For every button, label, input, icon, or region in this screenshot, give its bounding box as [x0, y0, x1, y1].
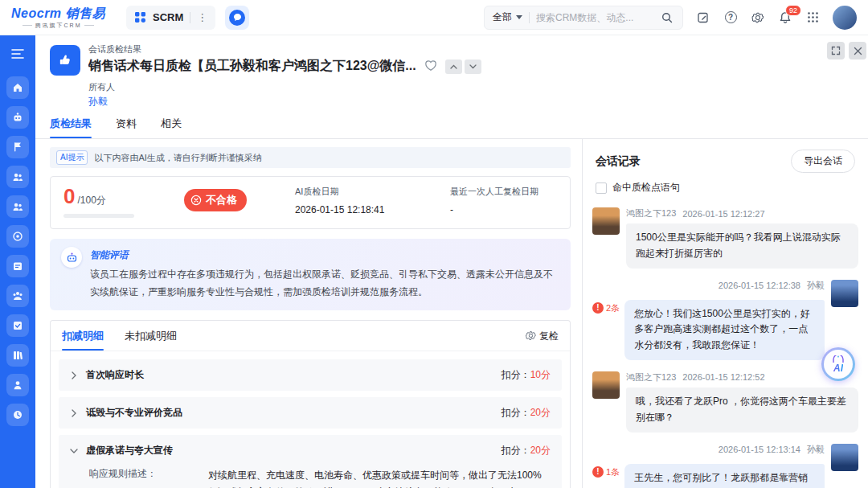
apps-grid-icon[interactable] — [805, 10, 820, 25]
target-icon[interactable] — [6, 225, 29, 248]
settings-gear-icon[interactable] — [751, 10, 765, 25]
thumbs-up-icon — [50, 45, 80, 76]
violation-hit-badge[interactable]: ! 1条 — [592, 466, 620, 478]
team-icon[interactable] — [6, 166, 29, 188]
deduction-row-expanded: 虚假承诺与夸大宣传 扣分： 20分 响应规则描述： 对续航里程、充电速度、电池寿… — [59, 435, 562, 488]
brand-logo-text: Neocrm 销售易 — [11, 7, 105, 20]
manual-recheck-date-label: 最近一次人工复检日期 — [450, 186, 557, 198]
score-progress-bar — [63, 214, 134, 218]
search-icon[interactable] — [660, 10, 674, 25]
menu-icon[interactable] — [7, 43, 28, 64]
search-scope-value: 全部 — [493, 10, 512, 24]
violation-hit-count: 1条 — [606, 466, 620, 478]
chevron-down-icon — [516, 15, 522, 19]
flag-icon[interactable] — [6, 136, 29, 158]
ai-hint-badge: AI提示 — [56, 150, 88, 165]
conversation-button[interactable] — [225, 6, 249, 30]
chat-message-agent: 2026-01-15 12:13:14 孙毅 ! 1条 王先生，您可别比了！龙跃… — [592, 444, 858, 488]
customer-icon[interactable] — [6, 374, 29, 396]
message-time: 2026-01-15 12:12:38 — [719, 281, 800, 290]
violation-hit-badge[interactable]: ! 2条 — [592, 302, 620, 314]
alert-icon: ! — [592, 466, 604, 478]
avatar — [592, 207, 620, 235]
message-bubble: 哦，我还看了龙跃Pro ，你觉得这两个车最主要差别在哪？ — [626, 388, 858, 433]
next-record-button[interactable] — [465, 59, 481, 74]
owner-label: 所有人 — [88, 81, 852, 93]
top-bar: Neocrm 销售易 腾讯旗下CRM SCRM ⋮ 全部 ? — [0, 0, 868, 35]
message-time: 2026-01-15 12:12:52 — [682, 372, 764, 382]
tab-no-deduction-detail[interactable]: 未扣减明细 — [125, 329, 177, 351]
violation-hit-count: 2条 — [606, 302, 620, 314]
tab-profile[interactable]: 资料 — [116, 117, 137, 138]
avatar — [831, 444, 858, 471]
edit-note-icon[interactable] — [696, 10, 710, 25]
deduction-row-toggle[interactable]: 虚假承诺与夸大宣传 扣分： 20分 — [70, 444, 551, 457]
tasks-icon[interactable] — [6, 314, 29, 337]
home-icon[interactable] — [6, 76, 29, 99]
tab-related[interactable]: 相关 — [161, 117, 182, 138]
global-search: 全部 — [484, 6, 683, 30]
status-badge: 不合格 — [184, 189, 247, 211]
score-card: 0 /100分 不合格 AI质检日期 2026-01-15 12:18:41 — [50, 176, 571, 229]
deduction-item-name: 诋毁与不专业评价竞品 — [86, 406, 502, 420]
deduction-card: 扣减明细 未扣减明细 复检 — [50, 320, 571, 488]
brand-logo: Neocrm 销售易 腾讯旗下CRM — [11, 7, 105, 28]
search-scope-select[interactable]: 全部 — [493, 10, 522, 24]
deduction-row-toggle[interactable]: 首次响应时长 扣分： 10分 — [70, 368, 551, 382]
record-header: 会话质检结果 销售话术每日质检【员工孙毅和客户鸿图之下123@微信... 所有人 — [35, 35, 868, 113]
avatar — [592, 371, 620, 399]
deduction-score-label: 扣分： — [502, 444, 530, 457]
schedule-icon[interactable] — [6, 255, 29, 277]
deduction-row: 首次响应时长 扣分： 10分 — [59, 359, 562, 391]
deduction-item-name: 首次响应时长 — [86, 368, 502, 382]
scrm-app-switcher[interactable]: SCRM ⋮ — [126, 6, 215, 30]
gear-icon — [526, 330, 536, 343]
group-icon[interactable] — [6, 285, 29, 307]
chat-message-customer: 鸿图之下123 2026-01-15 12:12:52 哦，我还看了龙跃Pro … — [592, 371, 858, 433]
ai-check-date-label: AI质检日期 — [295, 186, 402, 198]
message-bubble: 1500公里是实际能开的吗？我看网上说混动实际跑起来打折挺厉害的 — [626, 223, 858, 269]
alert-icon: ! — [592, 302, 604, 314]
message-list[interactable]: 鸿图之下123 2026-01-15 12:12:27 1500公里是实际能开的… — [583, 204, 868, 488]
recheck-button[interactable]: 复检 — [526, 330, 559, 351]
rule-description-label: 响应规则描述： — [89, 467, 208, 488]
ai-check-date-value: 2026-01-15 12:18:41 — [295, 204, 402, 215]
service-bot-icon[interactable] — [6, 106, 29, 129]
avatar — [831, 280, 858, 307]
ai-assistant-button[interactable]: AI — [821, 347, 855, 381]
circle-x-icon — [190, 195, 202, 206]
message-time: 2026-01-15 12:13:14 — [719, 445, 800, 454]
scrm-label: SCRM — [153, 11, 183, 23]
export-conversation-button[interactable]: 导出会话 — [791, 150, 855, 173]
tab-quality-result[interactable]: 质检结果 — [50, 117, 92, 138]
smart-comment-body: 该员工在服务过程中存在多项违规行为，包括超出权限承诺、贬损竞品、引导私下交易、透… — [90, 266, 559, 301]
chat-bubble-icon — [229, 10, 245, 26]
favorite-heart-icon[interactable] — [424, 59, 437, 74]
user-avatar[interactable] — [833, 6, 857, 30]
expand-icon[interactable] — [827, 42, 845, 59]
hit-sentences-filter-label: 命中质检点语句 — [612, 181, 680, 195]
search-input[interactable] — [536, 12, 653, 23]
deduction-item-name: 虚假承诺与夸大宣传 — [86, 444, 502, 457]
divider — [190, 12, 190, 23]
previous-record-button[interactable] — [445, 59, 462, 74]
help-icon[interactable]: ? — [723, 10, 738, 25]
divider — [529, 12, 530, 23]
deduction-row: 诋毁与不专业评价竞品 扣分： 20分 — [59, 397, 562, 429]
tab-deduction-detail[interactable]: 扣减明细 — [62, 329, 104, 351]
message-sender: 孙毅 — [807, 280, 825, 292]
conversation-title: 会话记录 — [596, 154, 641, 169]
deduction-score-value: 20分 — [530, 406, 551, 420]
notifications-bell-icon[interactable]: 92 — [778, 10, 792, 25]
recheck-label: 复检 — [539, 330, 559, 343]
hit-sentences-checkbox[interactable] — [596, 182, 607, 194]
history-icon[interactable] — [6, 404, 29, 426]
more-options-icon[interactable]: ⋮ — [197, 11, 207, 23]
library-icon[interactable] — [6, 344, 29, 367]
close-icon[interactable] — [849, 42, 866, 59]
brand-logo-subtitle: 腾讯旗下CRM — [23, 23, 95, 28]
deduction-row-toggle[interactable]: 诋毁与不专业评价竞品 扣分： 20分 — [70, 406, 551, 420]
contacts-icon[interactable] — [6, 195, 29, 218]
ai-hint-text: 以下内容由AI生成，请自行判断并谨慎采纳 — [94, 152, 261, 164]
owner-link[interactable]: 孙毅 — [88, 95, 852, 109]
